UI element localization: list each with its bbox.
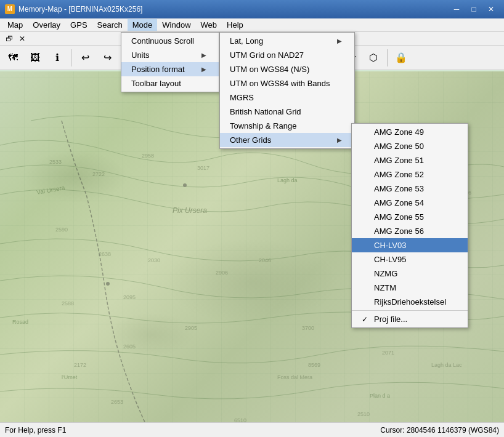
grid-amg51[interactable]: AMG Zone 51 bbox=[352, 153, 468, 167]
rijks-label: RijksDriehoekstelsel bbox=[374, 297, 446, 307]
grid-amg54[interactable]: AMG Zone 54 bbox=[352, 196, 468, 210]
restore-btn[interactable]: 🗗 bbox=[2, 28, 16, 49]
grid-chlv95[interactable]: CH-LV95 bbox=[352, 252, 468, 267]
amg50-label: AMG Zone 50 bbox=[374, 142, 424, 151]
overview-button[interactable]: 🖼 bbox=[25, 47, 46, 68]
svg-text:2046: 2046 bbox=[259, 257, 271, 263]
mode-units[interactable]: Units ▶ bbox=[121, 48, 219, 62]
svg-text:2590: 2590 bbox=[55, 227, 68, 233]
svg-text:2653: 2653 bbox=[111, 399, 123, 405]
projfile-check: ✓ bbox=[362, 315, 372, 324]
close-button[interactable]: ✕ bbox=[483, 3, 499, 15]
maximize-button[interactable]: □ bbox=[466, 3, 482, 15]
mode-continuous-scroll[interactable]: Continuous Scroll bbox=[121, 34, 219, 48]
amg52-label: AMG Zone 52 bbox=[374, 170, 424, 179]
township-label: Township & Range bbox=[230, 121, 296, 130]
posformat-lat-long[interactable]: Lat, Long ▶ bbox=[220, 34, 354, 48]
units-label: Units bbox=[131, 50, 150, 60]
grid-projfile[interactable]: ✓ Proj file... bbox=[352, 312, 468, 326]
svg-text:2638: 2638 bbox=[99, 251, 111, 257]
sep6 bbox=[387, 49, 388, 66]
menu-overlay[interactable]: Overlay bbox=[28, 19, 65, 31]
amg56-label: AMG Zone 56 bbox=[374, 227, 424, 236]
menu-help[interactable]: Help bbox=[222, 19, 248, 31]
info-button[interactable]: ℹ bbox=[47, 47, 68, 68]
menu-window[interactable]: Window bbox=[157, 19, 195, 31]
svg-point-36 bbox=[183, 183, 187, 187]
amg51-label: AMG Zone 51 bbox=[374, 156, 424, 165]
zoom-in-button[interactable]: 🗺 bbox=[2, 47, 23, 68]
grid-chlv03[interactable]: CH-LV03 bbox=[352, 238, 468, 252]
grid-amg49[interactable]: AMG Zone 49 bbox=[352, 125, 468, 139]
svg-text:Rosad: Rosad bbox=[12, 319, 28, 325]
posformat-other-grids[interactable]: Other Grids ▶ bbox=[220, 133, 354, 147]
svg-text:3017: 3017 bbox=[197, 165, 209, 171]
svg-text:l'Umet: l'Umet bbox=[62, 374, 78, 380]
svg-text:2533: 2533 bbox=[49, 159, 62, 165]
menu-web[interactable]: Web bbox=[196, 19, 222, 31]
svg-text:Foss dal Mera: Foss dal Mera bbox=[277, 374, 312, 380]
grid-amg56[interactable]: AMG Zone 56 bbox=[352, 224, 468, 238]
svg-text:2905: 2905 bbox=[185, 325, 197, 331]
grid-amg50[interactable]: AMG Zone 50 bbox=[352, 139, 468, 153]
window-title: Memory-Map - [BERNINAx025Kx256] bbox=[18, 5, 449, 14]
svg-text:6510: 6510 bbox=[234, 417, 246, 422]
menu-search[interactable]: Search bbox=[92, 19, 128, 31]
mode-position-format[interactable]: Position format ▶ bbox=[121, 62, 219, 76]
lat-long-arrow-icon: ▶ bbox=[337, 38, 342, 44]
svg-text:2906: 2906 bbox=[216, 270, 228, 276]
lock-button[interactable]: 🔒 bbox=[391, 47, 412, 68]
amg53-label: AMG Zone 53 bbox=[374, 184, 424, 193]
redo-button[interactable]: ↪ bbox=[97, 47, 118, 68]
menu-mode[interactable]: Mode bbox=[128, 19, 158, 31]
undo-button[interactable]: ↩ bbox=[75, 47, 96, 68]
utm-nad27-label: UTM Grid on NAD27 bbox=[230, 50, 304, 60]
svg-text:2722: 2722 bbox=[92, 171, 105, 177]
minimize-button[interactable]: ─ bbox=[449, 3, 465, 15]
grid-amg53[interactable]: AMG Zone 53 bbox=[352, 182, 468, 196]
continuous-scroll-label: Continuous Scroll bbox=[131, 36, 194, 46]
chlv95-label: CH-LV95 bbox=[374, 255, 407, 264]
grid-rijks[interactable]: RijksDriehoekstelsel bbox=[352, 295, 468, 309]
other-grids-arrow-icon: ▶ bbox=[337, 137, 342, 143]
svg-text:Val Ursera: Val Ursera bbox=[36, 184, 65, 196]
utm-wgs84-ns-label: UTM on WGS84 (N/S) bbox=[230, 65, 309, 74]
svg-text:2605: 2605 bbox=[123, 343, 136, 350]
posformat-british[interactable]: British National Grid bbox=[220, 105, 354, 119]
close-btn2[interactable]: ✕ bbox=[16, 28, 28, 49]
statusbar: For Help, press F1 Cursor: 2804546 11463… bbox=[0, 422, 504, 437]
position-format-menu: Lat, Long ▶ UTM Grid on NAD27 UTM on WGS… bbox=[219, 32, 355, 149]
mode-toolbar-layout[interactable]: Toolbar layout bbox=[121, 76, 219, 90]
svg-text:Pix Ursera: Pix Ursera bbox=[173, 206, 207, 215]
grid-nztm[interactable]: NZTM bbox=[352, 281, 468, 295]
menubar: Map Overlay GPS Search Mode Window Web H… bbox=[0, 18, 504, 32]
grid-amg52[interactable]: AMG Zone 52 bbox=[352, 167, 468, 182]
svg-text:2095: 2095 bbox=[123, 294, 136, 300]
menu-gps[interactable]: GPS bbox=[65, 19, 92, 31]
other-grids-menu: AMG Zone 49 AMG Zone 50 AMG Zone 51 AMG … bbox=[351, 123, 468, 328]
svg-text:8569: 8569 bbox=[308, 362, 320, 368]
grids-separator bbox=[352, 310, 468, 311]
posformat-utm-nad27[interactable]: UTM Grid on NAD27 bbox=[220, 48, 354, 62]
nzmg-label: NZMG bbox=[374, 269, 397, 278]
grid-nzmg[interactable]: NZMG bbox=[352, 267, 468, 281]
grid-amg55[interactable]: AMG Zone 55 bbox=[352, 210, 468, 224]
svg-text:Lagh da Lac: Lagh da Lac bbox=[431, 362, 462, 368]
svg-text:Lagh da: Lagh da bbox=[277, 177, 298, 183]
toolbar-layout-label: Toolbar layout bbox=[131, 79, 181, 88]
titlebar: M Memory-Map - [BERNINAx025Kx256] ─ □ ✕ bbox=[0, 0, 504, 18]
posformat-utm-wgs84-bands[interactable]: UTM on WGS84 with Bands bbox=[220, 76, 354, 90]
svg-text:2510: 2510 bbox=[357, 411, 370, 417]
posformat-utm-wgs84-ns[interactable]: UTM on WGS84 (N/S) bbox=[220, 62, 354, 76]
svg-text:2958: 2958 bbox=[142, 153, 154, 159]
help-text: For Help, press F1 bbox=[5, 426, 66, 435]
svg-text:2172: 2172 bbox=[74, 362, 86, 368]
position-format-arrow-icon: ▶ bbox=[201, 66, 206, 73]
posformat-township[interactable]: Township & Range bbox=[220, 119, 354, 133]
area-button[interactable]: ⬡ bbox=[363, 47, 384, 68]
mode-menu: Continuous Scroll Units ▶ Position forma… bbox=[121, 32, 219, 92]
other-grids-label: Other Grids bbox=[230, 135, 271, 145]
svg-text:2030: 2030 bbox=[148, 257, 160, 263]
units-arrow-icon: ▶ bbox=[201, 52, 206, 58]
posformat-mgrs[interactable]: MGRS bbox=[220, 90, 354, 105]
